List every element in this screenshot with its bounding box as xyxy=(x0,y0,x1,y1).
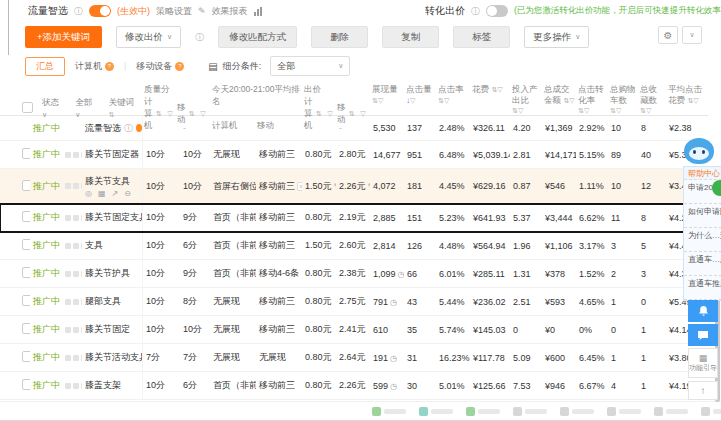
cell-value: 1,099 xyxy=(373,269,396,279)
cell-dots xyxy=(62,150,82,160)
cell-cart: 10 xyxy=(608,123,638,133)
cell-q_pc: 10分 xyxy=(142,232,180,259)
cell-value: 2,814 xyxy=(373,241,396,251)
device-dot-icon xyxy=(65,183,71,189)
cell-cb xyxy=(0,379,30,392)
keyword-text: 支具 xyxy=(85,239,103,252)
app-gray-icon[interactable] xyxy=(701,407,721,416)
cell-roi: 5.37 xyxy=(510,213,542,223)
cell-value: 5.23% xyxy=(439,213,465,223)
clock-icon: ◷ xyxy=(390,354,397,363)
cell-keyword: 膝关节固定支具 xyxy=(82,211,142,224)
cell-fav: 12 xyxy=(638,181,666,191)
app-gray-icon[interactable] xyxy=(560,407,594,416)
status-badge: 推广中 xyxy=(33,296,60,306)
cell-ctr: 4.45% xyxy=(436,181,470,191)
row-checkbox[interactable] xyxy=(22,351,30,362)
cell-roi: 0 xyxy=(510,325,542,335)
tag-button[interactable]: 标签 xyxy=(453,26,510,48)
cell-value: - xyxy=(259,123,262,133)
app-gray-icon[interactable] xyxy=(513,407,547,416)
select-all-checkbox[interactable] xyxy=(22,102,33,113)
app-gray-icon[interactable] xyxy=(607,407,641,416)
more-actions-button[interactable]: 更多操作∨ xyxy=(524,26,589,48)
row-checkbox[interactable] xyxy=(22,239,30,250)
cell-value: 0.80元 xyxy=(305,324,332,334)
cell-q_pc: 7分 xyxy=(142,344,180,371)
row-checkbox[interactable] xyxy=(22,267,30,278)
cell-clicks: 951 xyxy=(404,150,436,160)
trend-icon[interactable]: ↗ xyxy=(112,190,119,198)
view-icon[interactable]: ◎ xyxy=(85,190,92,198)
collapse-chevron-icon[interactable]: ∨ xyxy=(682,26,702,44)
modify-bid-button[interactable]: 修改出价∨ xyxy=(116,26,181,48)
faq-item[interactable]: 为什么…过日期数… xyxy=(684,228,721,252)
tab-summary[interactable]: 汇总 xyxy=(25,57,65,76)
cell-value: 2.75元 xyxy=(339,296,366,306)
cell-gmv: ¥946 xyxy=(542,381,576,391)
device-dot-icon xyxy=(73,183,79,189)
cell-value: 10分 xyxy=(183,181,202,191)
clean-green-icon[interactable] xyxy=(466,407,500,416)
column-settings-gear-icon[interactable]: ⚙ xyxy=(658,26,678,44)
copy-button[interactable]: 复制 xyxy=(382,26,439,48)
delete-button[interactable]: 删除 xyxy=(311,26,368,48)
cell-status: 推广中 xyxy=(30,351,62,364)
add-keyword-button[interactable]: +添加关键词 xyxy=(25,26,102,48)
row-checkbox[interactable] xyxy=(22,323,30,334)
cell-value: 无展现 xyxy=(213,352,240,362)
cell-rank_mb: 移动前三 xyxy=(256,379,302,392)
row-checkbox[interactable] xyxy=(22,180,30,191)
app-gray-icon[interactable] xyxy=(654,407,688,416)
notification-bell-button[interactable] xyxy=(688,300,718,322)
cell-value: ¥236.02 xyxy=(473,297,506,307)
row-checkbox[interactable] xyxy=(22,211,30,222)
tab-pc[interactable]: 计算机? xyxy=(65,60,124,73)
cell-value: 2.64元 xyxy=(339,352,366,362)
cell-cb xyxy=(0,295,30,308)
cell-cvr: 6.67% xyxy=(576,381,608,391)
cell-value: 599 xyxy=(373,381,388,391)
convert-bid-toggle[interactable] xyxy=(486,5,508,17)
row-checkbox[interactable] xyxy=(22,295,30,306)
faq-item[interactable]: 如何申请图片功能… xyxy=(684,204,721,228)
green-fab-button[interactable] xyxy=(712,180,721,196)
row-checkbox[interactable] xyxy=(22,148,30,159)
device-tabs-row: 汇总 计算机? | 移动设备? ▤ 细分条件: 全部∨ xyxy=(0,52,721,80)
faq-item[interactable]: 直通车…厂… xyxy=(684,252,721,276)
flow-smart-select-toggle[interactable] xyxy=(89,5,111,17)
cell-value: 4.48% xyxy=(439,241,465,251)
modify-match-button[interactable]: 修改匹配方式 xyxy=(218,26,297,48)
cell-value: 无展现 xyxy=(213,296,240,306)
edit-pencil-icon[interactable]: ✎ xyxy=(198,6,206,16)
cell-value: - xyxy=(146,123,149,133)
cell-roi: 5.09 xyxy=(510,353,542,363)
feature-guide-button[interactable]: ▦ 功能引导 xyxy=(688,348,718,378)
helper-mascot-icon[interactable] xyxy=(684,138,716,168)
bar-chart-icon[interactable] xyxy=(254,7,262,16)
chart-icon[interactable]: ▦ xyxy=(98,190,106,198)
cell-value: 0 xyxy=(513,325,518,335)
share-green-icon[interactable] xyxy=(372,407,406,416)
cell-value: 10分 xyxy=(146,267,165,280)
question-badge-icon: ? xyxy=(175,62,184,71)
cell-value: 951 xyxy=(407,150,422,160)
strategy-settings-link[interactable]: 策略设置 xyxy=(156,5,192,18)
cell-ctr: 2.48% xyxy=(436,123,470,133)
cell-value: 10分 xyxy=(146,323,165,336)
cell-cvr: 5.15% xyxy=(576,150,608,160)
cell-value: 43 xyxy=(407,297,417,307)
cell-cost: ¥629.16 xyxy=(470,181,510,191)
row-checkbox[interactable] xyxy=(22,379,30,390)
cell-value: ¥285.11 xyxy=(473,269,505,279)
remove-icon[interactable]: ⊖ xyxy=(124,190,131,198)
chat-button[interactable] xyxy=(688,324,718,346)
cell-dots xyxy=(62,213,82,223)
person-teal-icon[interactable] xyxy=(419,407,453,416)
faq-item[interactable]: 直通车推广计划? xyxy=(684,276,721,300)
segment-select[interactable]: 全部∨ xyxy=(270,56,350,76)
tab-mobile[interactable]: 移动设备? xyxy=(126,60,194,73)
cell-ctr: 5.23% xyxy=(436,213,470,223)
back-to-top-button[interactable]: ↑ xyxy=(688,381,718,400)
report-link[interactable]: 效果报表 xyxy=(212,5,248,18)
